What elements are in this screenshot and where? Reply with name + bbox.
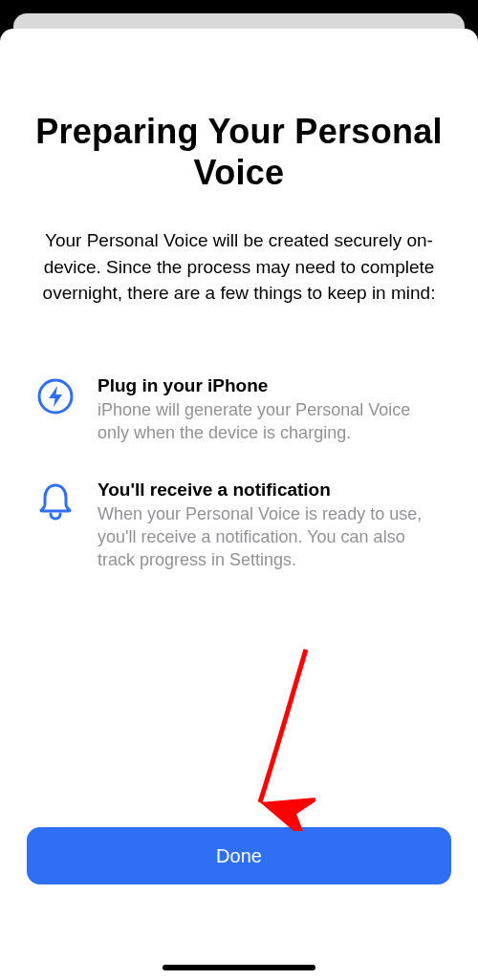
done-button[interactable]: Done (27, 827, 451, 884)
info-item-content: Plug in your iPhone iPhone will generate… (98, 375, 444, 445)
page-title: Preparing Your Personal Voice (27, 111, 451, 193)
info-item-notification: You'll receive a notification When your … (27, 479, 451, 572)
home-indicator[interactable] (163, 965, 315, 970)
bell-icon (34, 479, 76, 522)
info-item-content: You'll receive a notification When your … (98, 479, 444, 572)
info-item-title: Plug in your iPhone (98, 375, 444, 396)
page-subtitle: Your Personal Voice will be created secu… (27, 227, 451, 307)
info-item-desc: When your Personal Voice is ready to use… (98, 502, 444, 572)
modal-sheet: Preparing Your Personal Voice Your Perso… (0, 29, 478, 980)
info-item-charging: Plug in your iPhone iPhone will generate… (27, 375, 451, 445)
lightning-icon (34, 375, 76, 415)
info-item-title: You'll receive a notification (98, 479, 444, 501)
info-item-desc: iPhone will generate your Personal Voice… (98, 398, 444, 445)
